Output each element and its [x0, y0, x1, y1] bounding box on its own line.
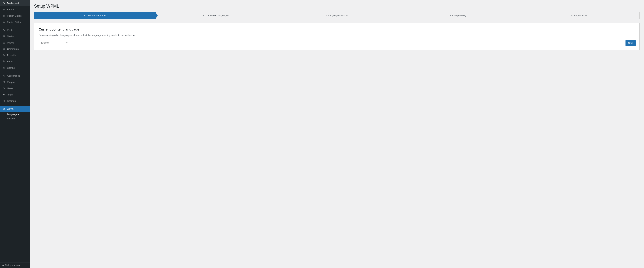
wizard-step-compatibility[interactable]: 4. Compatibility — [398, 12, 518, 19]
step-arrow-1 — [276, 12, 279, 20]
main-content: Setup WPML 1. Content language 2. Transl… — [30, 0, 644, 268]
sidebar-item-fusion-slider[interactable]: ◈ Fusion Slider — [0, 19, 30, 25]
sidebar-item-comments[interactable]: ✉ Comments — [0, 46, 30, 52]
sidebar-item-fusion-builder[interactable]: ◈ Fusion Builder — [0, 12, 30, 19]
tools-icon: ✦ — [2, 93, 6, 96]
pages-icon: ▤ — [2, 41, 6, 44]
media-icon: ⊞ — [2, 34, 6, 38]
sidebar-item-dashboard[interactable]: ⊙ Dashboard — [0, 0, 30, 6]
sidebar-item-tools[interactable]: ✦ Tools — [0, 92, 30, 98]
avada-icon: ◈ — [2, 8, 6, 11]
collapse-icon: ◀ — [2, 264, 4, 266]
wpml-icon: ⊙ — [2, 107, 6, 110]
sidebar-item-settings[interactable]: ⊞ Settings — [0, 98, 30, 104]
step-arrow-3 — [518, 12, 521, 20]
next-button[interactable]: Next — [626, 40, 636, 46]
wizard-steps: 1. Content language 2. Translation langu… — [34, 12, 640, 19]
language-select[interactable]: English French German Spanish Italian Po… — [39, 40, 68, 45]
fusion-builder-icon: ◈ — [2, 14, 6, 18]
wizard-step-language-switcher[interactable]: 3. Language switcher — [276, 12, 397, 19]
sidebar-item-faqs[interactable]: ✎ FAQs — [0, 58, 30, 64]
page-title: Setup WPML — [34, 4, 640, 9]
settings-icon: ⊞ — [2, 99, 6, 102]
fusion-slider-icon: ◈ — [2, 20, 6, 24]
appearance-icon: ✎ — [2, 74, 6, 77]
wizard-step-translation-languages[interactable]: 2. Translation languages — [155, 12, 276, 19]
faqs-icon: ✎ — [2, 60, 6, 63]
step-arrow-2 — [397, 12, 400, 20]
wizard-step-content-language[interactable]: 1. Content language — [34, 12, 155, 19]
content-card: Current content language Before adding o… — [34, 23, 640, 50]
sidebar-item-appearance[interactable]: ✎ Appearance — [0, 72, 30, 79]
sidebar-item-media[interactable]: ⊞ Media — [0, 33, 30, 40]
sidebar-item-contact[interactable]: ✉ Contact — [0, 64, 30, 71]
sidebar-sub-support[interactable]: Support — [0, 116, 30, 121]
users-icon: ⊙ — [2, 86, 6, 90]
contact-icon: ✉ — [2, 66, 6, 70]
content-heading: Current content language — [39, 28, 635, 32]
sidebar-item-portfolio[interactable]: ✎ Portfolio — [0, 52, 30, 58]
posts-icon: ✎ — [2, 28, 6, 32]
collapse-menu[interactable]: ◀ Collapse menu — [0, 262, 30, 268]
content-description: Before adding other languages, please se… — [39, 34, 635, 36]
sidebar: ⊙ Dashboard ◈ Avada ◈ Fusion Builder ◈ F… — [0, 0, 30, 268]
sidebar-sub-languages[interactable]: Languages — [0, 112, 30, 116]
sidebar-item-pages[interactable]: ▤ Pages — [0, 40, 30, 46]
sidebar-item-wpml[interactable]: ⊙ WPML — [0, 106, 30, 112]
dashboard-icon: ⊙ — [2, 2, 6, 5]
comments-icon: ✉ — [2, 47, 6, 50]
sidebar-item-users[interactable]: ⊙ Users — [0, 85, 30, 92]
step-arrow-0 — [155, 12, 158, 20]
sidebar-item-avada[interactable]: ◈ Avada — [0, 6, 30, 12]
portfolio-icon: ✎ — [2, 54, 6, 57]
sidebar-item-plugins[interactable]: ⊞ Plugins — [0, 79, 30, 85]
wizard-step-registration[interactable]: 5. Registration — [518, 12, 639, 19]
sidebar-item-posts[interactable]: ✎ Posts — [0, 27, 30, 33]
plugins-icon: ⊞ — [2, 80, 6, 84]
